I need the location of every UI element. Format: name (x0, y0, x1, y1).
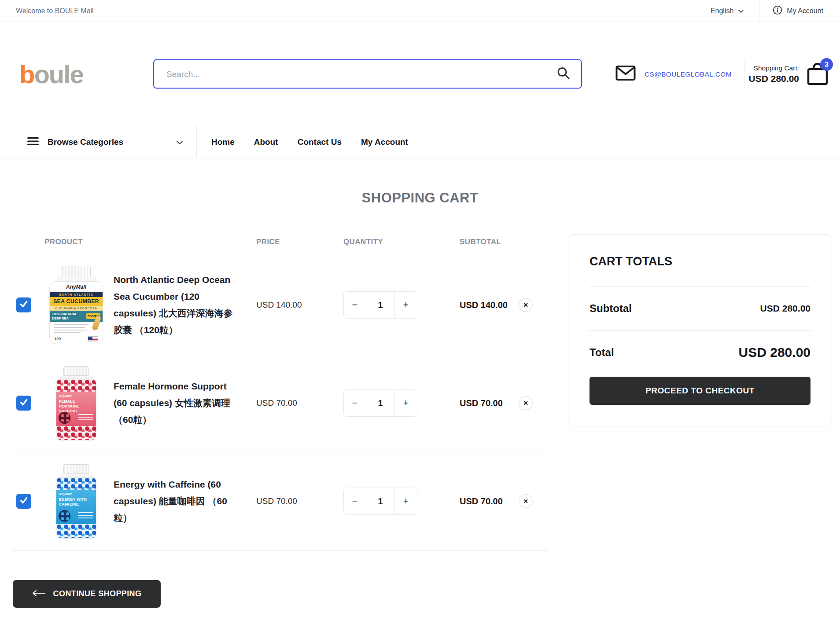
row-checkbox[interactable] (16, 297, 31, 312)
cart-totals-panel: CART TOTALS Subtotal USD 280.00 Total US… (568, 234, 832, 426)
main-content: SHOPPING CART PRODUCT PRICE QUANTITY SUB… (0, 158, 840, 624)
header: boule CS@BOULEGLOBAL.COM (0, 22, 840, 126)
product-subtotal: USD 70.00 (439, 398, 519, 408)
product-image[interactable]: AnyMall NORTH ATLANTIC SEA CUCUMBER CUCU… (43, 266, 109, 344)
bottle-brand: AnyMall (50, 282, 103, 290)
bottle-band: SEA CUCUMBER (50, 297, 103, 306)
cart-bag-button[interactable]: 3 (805, 62, 830, 86)
search-bar (153, 59, 582, 89)
nav-item-home[interactable]: Home (211, 137, 235, 147)
gummy-circle-graphic (59, 412, 70, 424)
my-account-link[interactable]: My Account (773, 5, 823, 17)
total-label: Total (589, 346, 614, 359)
bottle-brand: AnyMall (59, 394, 93, 398)
quantity-decrease-button[interactable]: − (344, 292, 366, 318)
cart-total-amount: USD 280.00 (749, 73, 799, 84)
checkmark-icon (19, 496, 28, 506)
gummy-circle-graphic (59, 510, 70, 522)
subtotal-value: USD 280.00 (760, 303, 811, 314)
row-checkbox[interactable] (16, 396, 31, 411)
column-header-product: PRODUCT (12, 238, 246, 246)
logo-rest: oule (34, 60, 83, 88)
column-header-subtotal: SUBTOTAL (439, 238, 519, 246)
quantity-stepper: − 1 + (343, 488, 417, 515)
checkmark-icon (19, 300, 28, 310)
nav-item-my-account[interactable]: My Account (361, 137, 408, 147)
product-price: USD 70.00 (246, 398, 316, 408)
bottle-band: NORTH ATLANTIC (50, 292, 103, 297)
product-name[interactable]: North Atlantic Deep Ocean Sea Cucumber (… (114, 272, 246, 338)
table-row: AnyMall NORTH ATLANTIC SEA CUCUMBER CUCU… (12, 256, 548, 354)
product-image[interactable]: AnyMall FEMALE HORMONE SUPPORT (52, 366, 100, 440)
support-email-link[interactable]: CS@BOULEGLOBAL.COM (645, 70, 732, 78)
bottle-title: ENERGY WITH CAFFEINE (59, 497, 93, 507)
search-icon (556, 66, 571, 82)
quantity-increase-button[interactable]: + (395, 390, 417, 416)
quantity-increase-button[interactable]: + (395, 292, 417, 318)
cart-summary: Shopping Cart: USD 280.00 (749, 64, 799, 84)
search-button[interactable] (556, 66, 571, 82)
product-subtotal: USD 140.00 (439, 300, 519, 310)
product-price: USD 140.00 (246, 300, 316, 310)
search-input[interactable] (166, 69, 556, 79)
quantity-increase-button[interactable]: + (395, 488, 417, 514)
quantity-value[interactable]: 1 (366, 390, 395, 416)
table-row: AnyMall ENERGY WITH CAFFEINE Energy with… (12, 452, 548, 551)
nav-item-about[interactable]: About (254, 137, 278, 147)
my-account-label: My Account (787, 7, 823, 15)
cart-totals-title: CART TOTALS (589, 255, 811, 268)
quantity-value[interactable]: 1 (366, 488, 395, 514)
product-image[interactable]: AnyMall ENERGY WITH CAFFEINE (52, 464, 100, 539)
main-nav: Browse Categories Home About Contact Us … (0, 126, 840, 158)
quantity-stepper: − 1 + (343, 389, 417, 417)
contact-block: CS@BOULEGLOBAL.COM (615, 66, 732, 83)
cart-bag-icon (805, 80, 830, 88)
remove-item-button[interactable]: ✕ (519, 298, 533, 312)
nav-item-contact-us[interactable]: Contact Us (298, 137, 342, 147)
remove-item-button[interactable]: ✕ (519, 494, 533, 508)
bottle-cap (62, 266, 91, 277)
checkmark-icon (19, 398, 28, 408)
bottle-brand: AnyMall (59, 492, 93, 496)
page-title: SHOPPING CART (0, 190, 840, 206)
info-icon (773, 5, 782, 17)
column-header-price: PRICE (246, 238, 316, 246)
table-header-row: PRODUCT PRICE QUANTITY SUBTOTAL (12, 228, 548, 256)
product-name[interactable]: Female Hormone Support (60 capsules) 女性激… (114, 378, 246, 428)
cart-table: PRODUCT PRICE QUANTITY SUBTOTAL (12, 228, 548, 551)
topbar-divider (759, 0, 759, 22)
column-header-quantity: QUANTITY (316, 238, 439, 246)
nav-links: Home About Contact Us My Account (211, 126, 408, 158)
cart-label: Shopping Cart: (749, 64, 799, 72)
product-subtotal: USD 70.00 (439, 496, 519, 507)
browse-categories-label: Browse Categories (48, 137, 123, 147)
language-label: English (711, 7, 733, 15)
row-checkbox[interactable] (16, 494, 31, 509)
product-price: USD 70.00 (246, 496, 316, 506)
cart-count-badge: 3 (820, 58, 833, 71)
quantity-value[interactable]: 1 (366, 292, 395, 318)
quantity-decrease-button[interactable]: − (344, 488, 366, 514)
browse-categories-button[interactable]: Browse Categories (13, 126, 197, 158)
continue-shopping-label: CONTINUE SHOPPING (53, 589, 142, 598)
header-divider (744, 60, 744, 88)
language-selector[interactable]: English (711, 7, 744, 15)
bottle-count: 120 (54, 337, 61, 341)
remove-item-button[interactable]: ✕ (519, 396, 533, 410)
chevron-down-icon (176, 137, 183, 147)
arrow-left-icon (32, 589, 45, 598)
proceed-to-checkout-button[interactable]: PROCEED TO CHECKOUT (589, 377, 811, 405)
product-name[interactable]: Energy with Caffeine (60 capsules) 能量咖啡因… (114, 476, 246, 526)
bottle-band: CUCUMARIA FRONDOSA (50, 306, 103, 311)
welcome-text: Welcome to BOULE Mall (16, 7, 94, 15)
continue-shopping-button[interactable]: CONTINUE SHOPPING (13, 580, 161, 608)
quantity-decrease-button[interactable]: − (344, 390, 366, 416)
page: Welcome to BOULE Mall English My Account (0, 0, 840, 624)
usa-flag-icon (88, 336, 98, 342)
logo-first-letter: b (19, 60, 34, 88)
subtotal-label: Subtotal (589, 302, 632, 315)
boule-logo[interactable]: boule (19, 59, 83, 89)
mail-icon (615, 66, 636, 83)
hamburger-icon (27, 137, 39, 148)
total-value: USD 280.00 (739, 345, 811, 360)
